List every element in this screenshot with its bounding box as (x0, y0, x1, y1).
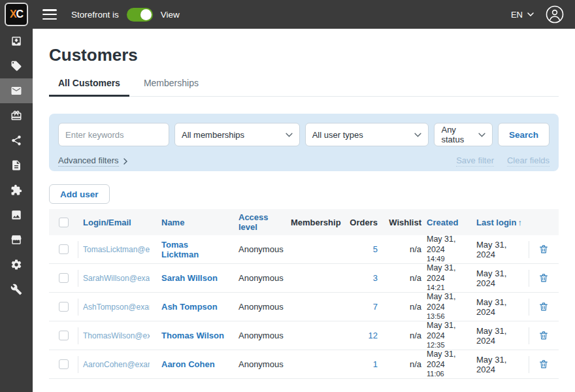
status-select-value: Any status (441, 125, 473, 144)
puzzle-icon (10, 184, 22, 196)
hamburger-menu-icon[interactable] (42, 9, 57, 20)
customer-email-link[interactable]: AshTompson@exam... (83, 302, 150, 312)
inbox-arrow-icon (10, 35, 22, 47)
customer-email-link[interactable]: SarahWillson@exam... (83, 274, 150, 283)
customers-table: Login/Email Name Access level Membership… (49, 209, 559, 379)
toggle-knob (140, 9, 152, 20)
column-wishlist: Wishlist (387, 209, 427, 235)
sidebar-item-sales-channels[interactable] (0, 128, 33, 153)
document-icon (10, 159, 22, 171)
sidebar-item-maintenance[interactable] (0, 277, 33, 302)
sidebar-item-modules[interactable] (0, 178, 33, 203)
sidebar-item-promotions[interactable] (0, 103, 33, 128)
row-checkbox[interactable] (59, 273, 69, 283)
wishlist-value: n/a (387, 350, 427, 378)
customer-name-link[interactable]: Ash Tompson (161, 302, 218, 312)
column-orders: Orders (347, 209, 387, 235)
wishlist-value: n/a (387, 321, 427, 350)
user-types-select[interactable]: All user types (305, 123, 429, 146)
delete-user-button[interactable] (538, 301, 549, 312)
sidebar-item-orders[interactable] (0, 29, 33, 54)
customer-name-link[interactable]: Sarah Willson (161, 273, 218, 283)
delete-user-button[interactable] (538, 330, 549, 341)
row-checkbox[interactable] (59, 359, 69, 369)
sidebar-item-content[interactable] (0, 153, 33, 178)
trash-icon (538, 330, 549, 341)
xcart-logo[interactable]: XC (5, 3, 28, 26)
orders-count-link[interactable]: 5 (373, 244, 378, 254)
access-level-value: Anonymous (233, 235, 291, 263)
keywords-input[interactable] (58, 123, 169, 146)
search-button[interactable]: Search (498, 123, 550, 146)
customer-name-link[interactable]: Thomas Wilson (161, 331, 224, 340)
column-created[interactable]: Created (427, 209, 476, 235)
sidebar-item-store-setup[interactable] (0, 227, 33, 252)
last-login-value: May 31, 2024 (476, 321, 529, 350)
sidebar-item-settings[interactable] (0, 252, 33, 277)
chevron-down-icon (527, 12, 534, 16)
column-membership: Membership (291, 209, 347, 235)
save-filter-link[interactable]: Save filter (456, 155, 494, 167)
column-access-level[interactable]: Access level (233, 209, 291, 235)
customer-email-link[interactable]: ThomasWilson@exa... (83, 331, 150, 340)
orders-count-link[interactable]: 12 (369, 331, 378, 340)
sidebar-item-customers[interactable] (0, 78, 33, 103)
orders-count-link[interactable]: 3 (373, 273, 378, 283)
advanced-filters-link[interactable]: Advanced filters (58, 155, 127, 167)
access-level-value: Anonymous (233, 293, 291, 321)
chevron-down-icon (414, 133, 421, 137)
wrench-icon (10, 284, 22, 295)
sidebar-item-design[interactable] (0, 203, 33, 227)
access-level-value: Anonymous (233, 321, 291, 350)
created-value: May 31, 2024 12:35 (427, 321, 476, 350)
tab-memberships[interactable]: Memberships (135, 78, 208, 97)
membership-value (291, 321, 347, 350)
customer-name-link[interactable]: Aaron Cohen (161, 359, 215, 369)
chevron-down-icon (478, 133, 485, 137)
membership-value (291, 293, 347, 321)
column-last-login[interactable]: Last login↑ (476, 209, 529, 235)
select-all-checkbox[interactable] (59, 218, 69, 227)
created-value: May 31, 2024 13:56 (427, 293, 476, 321)
view-storefront-link[interactable]: View (161, 10, 180, 20)
membership-value (291, 264, 347, 292)
language-label: EN (511, 10, 523, 20)
storefront-icon (10, 234, 22, 246)
orders-count-link[interactable]: 1 (373, 359, 378, 369)
wishlist-value: n/a (387, 293, 427, 321)
logo-c: C (16, 8, 24, 20)
delete-user-button[interactable] (538, 359, 549, 370)
gift-icon (10, 110, 22, 122)
created-value: May 31, 2024 14:21 (427, 264, 476, 292)
language-selector[interactable]: EN (511, 10, 534, 20)
customer-email-link[interactable]: TomasLicktman@ex... (83, 245, 150, 254)
chevron-right-icon (123, 158, 127, 165)
column-login-email[interactable]: Login/Email (78, 209, 156, 235)
orders-count-link[interactable]: 7 (373, 302, 378, 312)
add-user-button[interactable]: Add user (49, 184, 110, 204)
delete-user-button[interactable] (538, 272, 549, 284)
row-checkbox[interactable] (59, 331, 69, 340)
created-value: May 31, 2024 14:49 (427, 235, 476, 263)
customer-email-link[interactable]: AaronCohen@exam... (83, 360, 150, 369)
sidebar-item-catalog[interactable] (0, 54, 33, 78)
membership-value (291, 350, 347, 378)
status-select[interactable]: Any status (434, 123, 493, 146)
tab-all-customers[interactable]: All Customers (49, 78, 129, 97)
trash-icon (538, 301, 549, 312)
advanced-filters-label: Advanced filters (58, 155, 119, 167)
customer-name-link[interactable]: Tomas Licktman (161, 240, 227, 259)
trash-icon (538, 359, 549, 370)
access-level-value: Anonymous (233, 264, 291, 292)
share-nodes-icon (10, 135, 22, 146)
column-name[interactable]: Name (156, 209, 233, 235)
storefront-toggle[interactable] (127, 8, 153, 22)
last-login-value: May 31, 2024 (476, 235, 529, 263)
delete-user-button[interactable] (538, 244, 549, 255)
clear-fields-link[interactable]: Clear fields (507, 155, 550, 167)
row-checkbox[interactable] (59, 302, 69, 312)
memberships-select[interactable]: All memberships (174, 123, 300, 146)
row-checkbox[interactable] (59, 244, 69, 254)
user-avatar-icon[interactable] (546, 5, 564, 24)
tag-icon (10, 60, 22, 72)
